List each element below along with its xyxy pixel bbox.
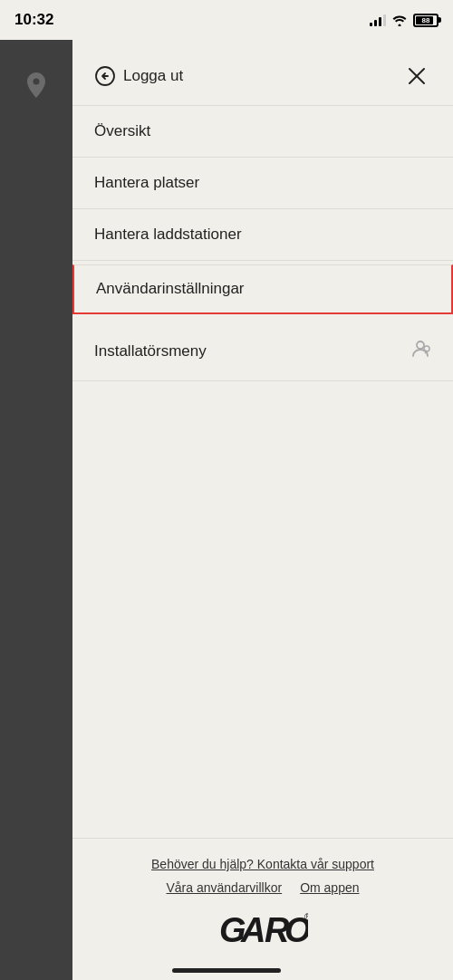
- garo-logo: G A R O ®: [217, 909, 308, 947]
- wifi-icon: [391, 14, 408, 26]
- menu-item-oversikt[interactable]: Översikt: [72, 105, 453, 158]
- side-drawer: Logga ut Översikt Hantera platser Hanter…: [72, 40, 453, 980]
- svg-text:A: A: [240, 911, 265, 947]
- close-button[interactable]: [402, 62, 431, 91]
- drawer-footer: Behöver du hjälp? Kontakta vår support V…: [72, 838, 453, 980]
- person-icon: [410, 338, 431, 364]
- menu-item-hantera-laddstationer-label: Hantera laddstationer: [94, 226, 242, 244]
- svg-text:®: ®: [304, 912, 308, 922]
- status-bar: 10:32 88: [0, 0, 453, 40]
- status-icons: 88: [370, 14, 439, 27]
- svg-point-4: [424, 346, 429, 351]
- menu-item-installatörsmeny-label: Installatörsmeny: [94, 342, 207, 360]
- about-link[interactable]: Om appen: [300, 880, 359, 895]
- garo-logo-svg: G A R O ®: [217, 909, 308, 947]
- menu-item-hantera-platser[interactable]: Hantera platser: [72, 158, 453, 209]
- home-indicator: [172, 968, 281, 973]
- status-time: 10:32: [14, 11, 53, 29]
- footer-links-row: Våra användarvillkor Om appen: [167, 880, 360, 895]
- menu-item-hantera-laddstationer[interactable]: Hantera laddstationer: [72, 209, 453, 261]
- menu-item-hantera-platser-label: Hantera platser: [94, 174, 199, 192]
- support-link[interactable]: Behöver du hjälp? Kontakta vår support: [151, 857, 374, 871]
- drawer-header: Logga ut: [72, 40, 453, 105]
- svg-point-3: [417, 341, 424, 349]
- menu-item-installatörsmeny[interactable]: Installatörsmeny: [72, 322, 453, 381]
- menu-item-oversikt-label: Översikt: [94, 122, 150, 140]
- logout-label: Logga ut: [123, 67, 183, 85]
- signal-icon: [370, 14, 386, 26]
- menu-item-anvandarinstallningar[interactable]: Användarinställningar: [72, 264, 453, 314]
- logout-button[interactable]: Logga ut: [94, 65, 183, 87]
- battery-icon: 88: [413, 14, 439, 27]
- terms-link[interactable]: Våra användarvillkor: [167, 880, 283, 895]
- logout-icon: [94, 65, 116, 87]
- close-icon: [407, 66, 427, 86]
- menu-item-anvandarinstallningar-label: Användarinställningar: [96, 280, 245, 298]
- menu-list: Översikt Hantera platser Hantera laddsta…: [72, 105, 453, 838]
